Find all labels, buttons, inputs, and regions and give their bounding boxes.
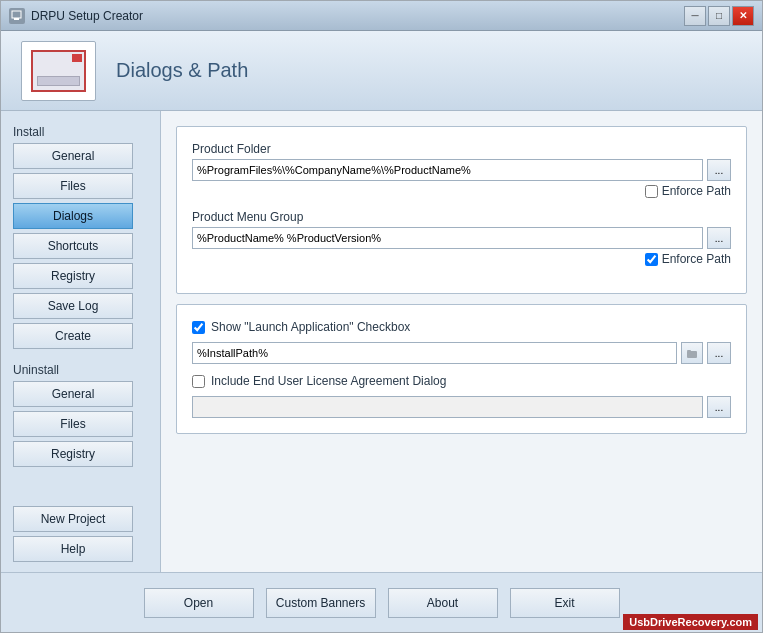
enforce-path2-checkbox[interactable] [645, 253, 658, 266]
paths-panel: Product Folder ... Enforce Path Product … [176, 126, 747, 294]
main-window: DRPU Setup Creator ─ □ ✕ Dialogs & Path … [0, 0, 763, 633]
eula-row: Include End User License Agreement Dialo… [192, 374, 731, 388]
enforce-path1-row: Enforce Path [192, 184, 731, 198]
sidebar-item-create[interactable]: Create [13, 323, 133, 349]
help-button[interactable]: Help [13, 536, 133, 562]
open-button[interactable]: Open [144, 588, 254, 618]
eula-input[interactable] [192, 396, 703, 418]
minimize-button[interactable]: ─ [684, 6, 706, 26]
product-folder-browse-button[interactable]: ... [707, 159, 731, 181]
enforce-path2-label: Enforce Path [662, 252, 731, 266]
product-menu-group: Product Menu Group ... Enforce Path [192, 210, 731, 266]
product-folder-input[interactable] [192, 159, 703, 181]
product-folder-label: Product Folder [192, 142, 731, 156]
sidebar-item-dialogs[interactable]: Dialogs [13, 203, 133, 229]
svg-rect-3 [687, 350, 691, 352]
sidebar-bottom-buttons: New Project Help [13, 506, 148, 562]
footer: Open Custom Banners About Exit UsbDriveR… [1, 572, 762, 632]
install-section-label: Install [13, 125, 148, 139]
svg-rect-2 [687, 351, 697, 358]
maximize-button[interactable]: □ [708, 6, 730, 26]
sidebar-item-files[interactable]: Files [13, 173, 133, 199]
install-path-small-button[interactable] [681, 342, 703, 364]
app-logo [21, 41, 96, 101]
watermark: UsbDriveRecovery.com [623, 614, 758, 630]
page-title: Dialogs & Path [116, 59, 248, 82]
enforce-path1-label: Enforce Path [662, 184, 731, 198]
launch-panel: Show "Launch Application" Checkbox ... I… [176, 304, 747, 434]
sidebar-item-uninstall-registry[interactable]: Registry [13, 441, 133, 467]
eula-browse-button[interactable]: ... [707, 396, 731, 418]
custom-banners-button[interactable]: Custom Banners [266, 588, 376, 618]
eula-checkbox[interactable] [192, 375, 205, 388]
product-menu-label: Product Menu Group [192, 210, 731, 224]
header: Dialogs & Path [1, 31, 762, 111]
sidebar-item-savelog[interactable]: Save Log [13, 293, 133, 319]
show-launch-checkbox[interactable] [192, 321, 205, 334]
main-content: Install General Files Dialogs Shortcuts … [1, 111, 762, 572]
window-title: DRPU Setup Creator [31, 9, 684, 23]
app-icon [9, 8, 25, 24]
uninstall-section-label: Uninstall [13, 363, 148, 377]
title-bar: DRPU Setup Creator ─ □ ✕ [1, 1, 762, 31]
svg-rect-0 [12, 11, 21, 18]
new-project-button[interactable]: New Project [13, 506, 133, 532]
eula-input-row: ... [192, 396, 731, 418]
product-menu-row: ... [192, 227, 731, 249]
install-path-browse-button[interactable]: ... [707, 342, 731, 364]
logo-graphic [31, 50, 86, 92]
sidebar-item-uninstall-general[interactable]: General [13, 381, 133, 407]
install-path-row: ... [192, 342, 731, 364]
eula-label: Include End User License Agreement Dialo… [211, 374, 446, 388]
folder-icon [687, 348, 697, 358]
product-menu-browse-button[interactable]: ... [707, 227, 731, 249]
enforce-path1-checkbox[interactable] [645, 185, 658, 198]
show-launch-row: Show "Launch Application" Checkbox [192, 320, 731, 334]
sidebar-item-general[interactable]: General [13, 143, 133, 169]
product-folder-group: Product Folder ... Enforce Path [192, 142, 731, 198]
content-area: Product Folder ... Enforce Path Product … [161, 111, 762, 572]
enforce-path2-row: Enforce Path [192, 252, 731, 266]
sidebar-item-shortcuts[interactable]: Shortcuts [13, 233, 133, 259]
window-controls: ─ □ ✕ [684, 6, 754, 26]
exit-button[interactable]: Exit [510, 588, 620, 618]
svg-rect-1 [14, 18, 19, 20]
sidebar-item-uninstall-files[interactable]: Files [13, 411, 133, 437]
logo-close-icon [72, 54, 82, 62]
install-path-input[interactable] [192, 342, 677, 364]
product-menu-input[interactable] [192, 227, 703, 249]
show-launch-label: Show "Launch Application" Checkbox [211, 320, 410, 334]
sidebar-item-registry[interactable]: Registry [13, 263, 133, 289]
sidebar: Install General Files Dialogs Shortcuts … [1, 111, 161, 572]
product-folder-row: ... [192, 159, 731, 181]
close-button[interactable]: ✕ [732, 6, 754, 26]
about-button[interactable]: About [388, 588, 498, 618]
